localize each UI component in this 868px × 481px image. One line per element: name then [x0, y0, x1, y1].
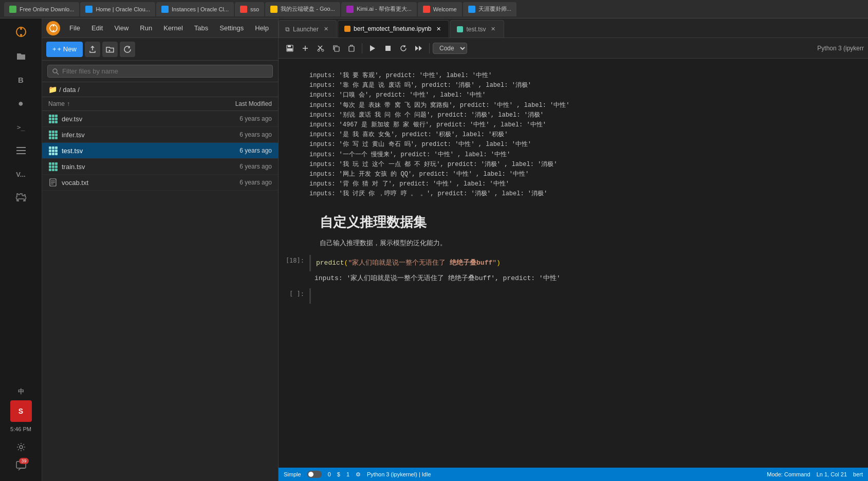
- v-extension-icon[interactable]: V...: [10, 163, 32, 185]
- empty-cell-content[interactable]: [309, 288, 868, 304]
- col-modified-header[interactable]: Last Modified: [205, 100, 272, 107]
- breadcrumb-folder-icon: 📁: [48, 85, 57, 94]
- file-panel: File Edit View Run Kernel Tabs Settings …: [42, 18, 279, 481]
- sort-arrow: ↑: [67, 100, 70, 107]
- favicon-3: [161, 6, 169, 13]
- svg-rect-27: [349, 46, 354, 51]
- notebook-panel: ⧉ Launcher ✕ bert_emotect_finetune.ipynb…: [279, 18, 868, 481]
- simple-toggle[interactable]: [307, 471, 322, 478]
- restart-button[interactable]: [396, 42, 411, 55]
- file-modified-dev: 6 years ago: [205, 115, 272, 122]
- section-heading: 自定义推理数据集: [309, 213, 858, 231]
- cell-number-18: [18]:: [279, 255, 309, 286]
- upload-button[interactable]: [85, 42, 100, 57]
- menu-help[interactable]: Help: [250, 22, 274, 34]
- empty-code-block[interactable]: [309, 288, 858, 304]
- paste-button[interactable]: [344, 42, 359, 55]
- tab-notebook-close[interactable]: ✕: [434, 25, 442, 33]
- search-input-wrap[interactable]: [47, 65, 273, 78]
- bookmarks-icon[interactable]: B: [10, 69, 32, 90]
- menu-run[interactable]: Run: [135, 22, 157, 34]
- browser-tab-5[interactable]: 我的云端硬盘 - Goo...: [265, 2, 340, 16]
- cut-button[interactable]: [313, 42, 328, 55]
- svg-rect-19: [287, 48, 292, 51]
- svg-point-25: [322, 49, 324, 51]
- browser-tab-7[interactable]: Welcome: [418, 2, 462, 16]
- menu-settings[interactable]: Settings: [214, 22, 249, 34]
- cell-type-select[interactable]: Code: [433, 43, 467, 54]
- status-count2: 1: [346, 471, 349, 477]
- search-input[interactable]: [62, 67, 268, 75]
- browser-tab-8[interactable]: 天涯覆卦师...: [463, 2, 516, 16]
- code-block-18[interactable]: predict("家人们咱就是说一整个无语住了 绝绝子叠buff"): [309, 255, 858, 271]
- terminal-icon[interactable]: >_: [10, 116, 32, 138]
- refresh-button[interactable]: [120, 42, 135, 57]
- cell-number-output: [279, 69, 309, 201]
- plus-icon: +: [52, 45, 57, 53]
- browser-tab-1[interactable]: Free Online Downlo...: [4, 2, 79, 16]
- tab-launcher-close[interactable]: ✕: [322, 25, 330, 33]
- svg-point-2: [20, 34, 22, 36]
- gear-icon[interactable]: [10, 436, 32, 458]
- para-content: 自己输入推理数据，展示模型的泛化能力。: [309, 238, 868, 253]
- new-folder-button[interactable]: [102, 42, 118, 57]
- menu-view[interactable]: View: [109, 22, 134, 34]
- code-content-18: predict("家人们咱就是说一整个无语住了 绝绝子叠buff") input…: [309, 255, 868, 286]
- circle-icon[interactable]: ●: [10, 92, 32, 114]
- copy-button[interactable]: [329, 42, 343, 55]
- file-row-vocab[interactable]: vocab.txt 6 years ago: [42, 175, 278, 191]
- browser-tab-4[interactable]: sso: [235, 2, 264, 16]
- upload-icon: [89, 46, 96, 53]
- status-command-mode: Mode: Command: [767, 471, 810, 477]
- browser-tab-3[interactable]: Instances | Oracle Cl...: [156, 2, 234, 16]
- lines-icon[interactable]: [10, 140, 32, 161]
- status-position: Ln 1, Col 21: [817, 471, 847, 477]
- status-dollar-icon: $: [337, 471, 340, 477]
- stop-button[interactable]: [381, 42, 395, 55]
- file-row-test[interactable]: test.tsv 6 years ago: [42, 143, 278, 159]
- tsv-icon-test: [48, 146, 58, 155]
- menu-edit[interactable]: Edit: [86, 22, 108, 34]
- new-label: + New: [58, 45, 77, 53]
- browser-tab-2[interactable]: Home | Oracle Clou...: [80, 2, 155, 16]
- col-name-header[interactable]: Name ↑: [48, 100, 205, 107]
- pred-line-12: inputs: '背 你 猜 对 了', predict: '中性' , lab…: [309, 179, 858, 189]
- tab-launcher[interactable]: ⧉ Launcher ✕: [279, 20, 337, 38]
- browser-tab-5-label: 我的云端硬盘 - Goo...: [281, 5, 335, 13]
- puzzle-icon[interactable]: [10, 187, 32, 209]
- menu-tabs[interactable]: Tabs: [189, 22, 213, 34]
- tab-tsv-close[interactable]: ✕: [489, 25, 497, 33]
- new-button[interactable]: + + New: [46, 42, 83, 57]
- menu-kernel[interactable]: Kernel: [158, 22, 188, 34]
- file-row-dev[interactable]: dev.tsv 6 years ago: [42, 111, 278, 127]
- code-string: "家人们咱就是说一整个无语住了 绝绝子叠buff": [348, 259, 496, 267]
- add-cell-button[interactable]: [298, 42, 312, 55]
- file-name-vocab: vocab.txt: [62, 179, 205, 187]
- menu-file[interactable]: File: [64, 22, 85, 34]
- app-logo[interactable]: [46, 21, 60, 35]
- notebook-icon: [344, 26, 350, 32]
- toolbar-sep-2: [429, 43, 430, 53]
- file-row-infer[interactable]: infer.tsv 6 years ago: [42, 127, 278, 143]
- tsv-icon-train: [48, 162, 58, 171]
- fast-forward-button[interactable]: [412, 42, 426, 55]
- favicon-1: [9, 6, 16, 13]
- svg-marker-30: [415, 46, 418, 51]
- browser-tab-6[interactable]: Kimi.ai - 帮你看更大...: [341, 2, 417, 16]
- chat-icon-wrap: 39: [15, 460, 27, 473]
- pred-line-3: inputs: '口嗅 会', predict: '中性' , label: '…: [309, 90, 858, 100]
- pred-line-6: inputs: '4967 是 新加坡 那 家 银行', predict: '中…: [309, 120, 858, 130]
- file-row-train[interactable]: train.tsv 6 years ago: [42, 159, 278, 175]
- run-button[interactable]: [365, 42, 380, 55]
- chat-badge: 39: [19, 458, 28, 464]
- toolbar-sep-1: [362, 43, 362, 53]
- paste-icon: [348, 45, 355, 52]
- save-button[interactable]: [283, 42, 297, 55]
- folder-icon[interactable]: [10, 45, 32, 67]
- tab-notebook[interactable]: bert_emotect_finetune.ipynb ✕: [338, 20, 449, 38]
- jupyter-logo[interactable]: [12, 23, 30, 41]
- copy-icon: [333, 45, 340, 52]
- svg-point-9: [52, 25, 54, 26]
- tab-tsv[interactable]: test.tsv ✕: [450, 20, 504, 38]
- s-red-icon[interactable]: S: [10, 400, 32, 422]
